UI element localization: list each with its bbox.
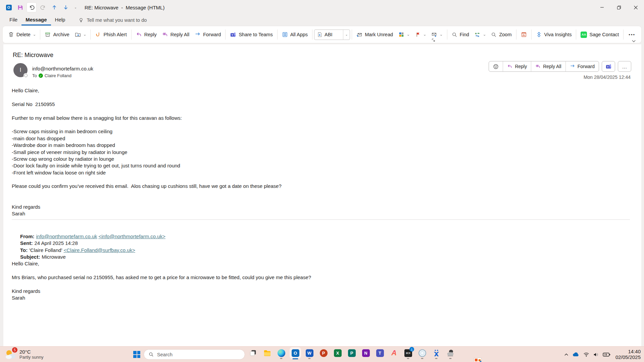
- minimize-button[interactable]: [594, 0, 610, 15]
- dial-app-button[interactable]: [418, 349, 426, 357]
- translate-button[interactable]: aa ⌄: [472, 29, 489, 41]
- rules-button[interactable]: ⌄: [429, 29, 445, 41]
- taskbar-search[interactable]: Search: [144, 349, 245, 360]
- a-app-button[interactable]: A: [390, 349, 398, 357]
- teams-icon: T: [376, 349, 384, 357]
- start-button[interactable]: [133, 351, 140, 358]
- edge-button[interactable]: [277, 349, 285, 357]
- tell-me-box[interactable]: Tell me what you want to do: [79, 15, 147, 25]
- recipient-name[interactable]: Claire Folland: [45, 73, 71, 78]
- excel-icon: X: [334, 349, 342, 357]
- share-to-teams-button[interactable]: T Share to Teams: [227, 29, 275, 41]
- previous-item-button[interactable]: [50, 3, 59, 12]
- forward-label: Forward: [578, 64, 595, 69]
- forward-button-header[interactable]: Forward: [566, 61, 599, 71]
- tab-help[interactable]: Help: [51, 15, 69, 25]
- close-icon: [634, 5, 638, 10]
- all-apps-button[interactable]: All Apps: [279, 29, 310, 41]
- teams-button[interactable]: T: [376, 349, 384, 357]
- a-app-icon: A: [391, 349, 397, 357]
- archive-label: Archive: [53, 32, 69, 37]
- sage-contact-button[interactable]: AA Sage Contact: [578, 29, 622, 41]
- close-button[interactable]: [627, 0, 644, 15]
- move-button[interactable]: ⌄: [72, 29, 89, 41]
- chevron-down-icon: ⌄: [33, 33, 36, 36]
- running-indicator: [421, 358, 424, 359]
- archive-button[interactable]: Archive: [42, 29, 72, 41]
- notification-toast-peek[interactable]: [474, 358, 482, 362]
- outlook-icon: O: [292, 349, 299, 357]
- find-button[interactable]: Find: [449, 29, 472, 41]
- x-app-button[interactable]: [432, 349, 440, 357]
- verified-check-icon: ✓: [39, 73, 43, 78]
- taskbar-clock[interactable]: 14:40 02/05/2025: [615, 349, 641, 360]
- sender-email[interactable]: info@northmortefarm.co.uk: [32, 66, 93, 71]
- task-view-icon: [249, 349, 257, 357]
- tray-chevron-up-icon[interactable]: [564, 353, 568, 356]
- reply-button-header[interactable]: Reply: [503, 61, 531, 71]
- chevron-down-icon[interactable]: ⌄: [343, 30, 350, 40]
- mark-unread-button[interactable]: Mark Unread: [354, 29, 396, 41]
- message-date: Mon 28/04/2025 12:44: [584, 74, 631, 80]
- from-email-bracketed-link[interactable]: <info@northmortefarm.co.uk>: [98, 234, 165, 239]
- excel-button[interactable]: X: [334, 349, 342, 357]
- onenote-button[interactable]: N: [362, 349, 370, 357]
- 3cx-button[interactable]: 3CX 1: [404, 349, 412, 357]
- tab-message[interactable]: Message: [21, 15, 51, 25]
- snag-item: -Screw caps missing in main bedroom ceil…: [12, 128, 630, 135]
- powerpoint-button[interactable]: P: [319, 349, 328, 357]
- to-email-link[interactable]: <Claire.Folland@surfbay.co.uk>: [64, 247, 135, 253]
- next-item-button[interactable]: [61, 3, 70, 12]
- redo-button[interactable]: [38, 3, 48, 12]
- phish-alert-button[interactable]: Phish Alert: [92, 29, 129, 41]
- forward-icon: [195, 32, 201, 38]
- running-indicator: [407, 358, 409, 359]
- body-line: Kind regards: [12, 204, 630, 210]
- word-button[interactable]: W: [305, 349, 313, 357]
- collapse-ribbon-button[interactable]: [632, 40, 636, 43]
- file-explorer-button[interactable]: [263, 349, 271, 357]
- reply-label: Reply: [144, 32, 157, 37]
- follow-up-button[interactable]: ⌄: [412, 29, 429, 41]
- from-email-link[interactable]: info@northmortefarm.co.uk: [36, 234, 97, 239]
- message-pane: RE: Microwave I info@northmortefarm.co.u…: [3, 44, 641, 346]
- viva-insights-button[interactable]: Viva Insights: [533, 29, 575, 41]
- running-indicator: [435, 358, 438, 359]
- share-to-teams-header-button[interactable]: T: [602, 61, 615, 72]
- save-button[interactable]: [15, 3, 25, 12]
- delete-button[interactable]: Delete⌄: [5, 29, 38, 41]
- restore-button[interactable]: [610, 0, 627, 15]
- battery-icon[interactable]: [603, 352, 610, 357]
- scanner-app-button[interactable]: [446, 349, 454, 357]
- onedrive-icon[interactable]: [572, 352, 580, 357]
- weather-widget[interactable]: 5 20°C Partly sunny: [5, 348, 44, 360]
- tab-file[interactable]: File: [5, 15, 21, 25]
- task-view-button[interactable]: [249, 349, 257, 357]
- wifi-icon[interactable]: [583, 352, 589, 357]
- publisher-button[interactable]: P: [348, 349, 356, 357]
- divider: [90, 30, 91, 40]
- quick-steps-box[interactable]: ABI ⌄: [314, 30, 350, 40]
- reactions-button[interactable]: [489, 61, 503, 71]
- forward-button[interactable]: Forward: [192, 29, 224, 41]
- reply-all-button[interactable]: Reply All: [159, 29, 192, 41]
- reply-button[interactable]: Reply: [133, 29, 159, 41]
- reply-all-button-header[interactable]: Reply All: [531, 61, 565, 71]
- clock-time: 14:40: [615, 349, 641, 355]
- undo-button[interactable]: [27, 3, 36, 12]
- lightbulb-icon: [79, 17, 84, 23]
- zoom-button[interactable]: Zoom: [488, 29, 514, 41]
- dialog-launcher-icon[interactable]: [432, 38, 435, 42]
- reply-all-icon: [162, 32, 168, 38]
- divider: [352, 30, 352, 40]
- avatar[interactable]: I: [13, 63, 28, 77]
- mark-unread-icon: [356, 32, 362, 38]
- categorize-button[interactable]: ⌄: [396, 29, 412, 41]
- customize-qat-button[interactable]: ⌄: [72, 3, 79, 12]
- arrow-down-icon: [63, 5, 68, 10]
- ribbon-more-button[interactable]: •••: [625, 32, 639, 37]
- outlook-button[interactable]: O: [291, 349, 299, 357]
- more-actions-button[interactable]: …: [618, 61, 631, 72]
- insights-button[interactable]: [518, 29, 530, 41]
- volume-icon[interactable]: [593, 352, 599, 357]
